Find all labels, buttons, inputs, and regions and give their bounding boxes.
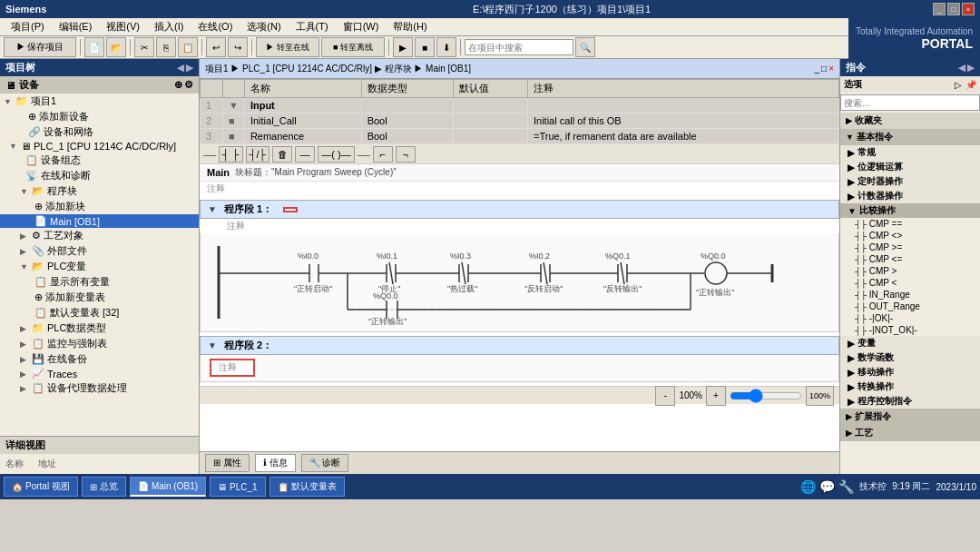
download-button[interactable]: ⬇: [436, 37, 456, 57]
sidebar-item-tech-objects[interactable]: ▶ ⚙ 工艺对象: [0, 228, 199, 243]
convert-subsection[interactable]: ▶ 转换操作: [840, 380, 980, 394]
diagnostics-tab[interactable]: 🔧 诊断: [301, 454, 349, 472]
menu-edit[interactable]: 编辑(E): [52, 18, 100, 35]
sidebar-item-external-files[interactable]: ▶ 📎 外部文件: [0, 243, 199, 259]
menu-help[interactable]: 帮助(H): [386, 18, 434, 35]
instructions-close-icon[interactable]: ▶: [967, 63, 975, 73]
inst-cmp-eq[interactable]: ┤├ CMP ==: [840, 218, 980, 230]
inst-ok[interactable]: ┤├ -|OK|-: [840, 312, 980, 324]
properties-tab[interactable]: ⊞ 属性: [205, 454, 250, 472]
program-control-subsection[interactable]: ▶ 程序控制指令: [840, 394, 980, 409]
instructions-search-input[interactable]: [840, 94, 980, 111]
menu-insert[interactable]: 插入(I): [147, 18, 191, 35]
contact-no-btn[interactable]: ┤ ├: [219, 146, 243, 163]
minimize-button[interactable]: _: [933, 3, 946, 15]
close-panel-icon[interactable]: ×: [828, 64, 834, 74]
inst-cmp-gt[interactable]: ┤├ CMP >: [840, 265, 980, 277]
math-subsection[interactable]: ▶ 数学函数: [840, 350, 980, 365]
save-button[interactable]: ▶ 保存项目: [4, 37, 76, 57]
sidebar-item-add-device[interactable]: ⊕ 添加新设备: [0, 109, 199, 124]
open-button[interactable]: 📂: [106, 37, 126, 57]
counter-subsection[interactable]: ▶ 计数器操作: [840, 189, 980, 203]
search-input[interactable]: [465, 39, 573, 55]
go-online-button[interactable]: ▶ 转至在线: [256, 37, 319, 57]
menu-tools[interactable]: 工具(T): [289, 18, 336, 35]
sidebar-item-add-block[interactable]: ⊕ 添加新块: [0, 199, 199, 214]
options-pin-icon[interactable]: 📌: [965, 80, 976, 90]
menu-online[interactable]: 在线(O): [191, 18, 240, 35]
start-button[interactable]: ▶: [393, 37, 413, 57]
menu-view[interactable]: 视图(V): [99, 18, 147, 35]
coil-btn[interactable]: —( )—: [318, 146, 354, 163]
sidebar-btn-2[interactable]: ▶: [186, 63, 193, 73]
go-offline-button[interactable]: ■ 转至离线: [321, 37, 385, 57]
branch-btn[interactable]: ⌐: [373, 146, 393, 163]
cut-button[interactable]: ✂: [134, 37, 154, 57]
taskbar-overview[interactable]: ⊞ 总览: [82, 477, 126, 497]
inst-cmp-le[interactable]: ┤├ CMP <=: [840, 253, 980, 265]
inst-in-range[interactable]: ┤├ IN_Range: [840, 289, 980, 301]
taskbar-main-ob1[interactable]: 📄 Main (OB1): [130, 477, 206, 497]
taskbar-portal-view[interactable]: 🏠 Portal 视图: [4, 477, 78, 497]
sidebar-item-online-backup[interactable]: ▶ 💾 在线备份: [0, 351, 199, 367]
sidebar-btn-1[interactable]: ◀: [177, 63, 184, 73]
sidebar-item-online-diag[interactable]: 📡 在线和诊断: [0, 168, 199, 183]
table-row[interactable]: 2 ■ Initial_Call Bool Initial call of th…: [201, 113, 839, 129]
inst-out-range[interactable]: ┤├ OUT_Range: [840, 301, 980, 312]
table-row[interactable]: 1 ▼ Input: [201, 98, 839, 113]
basic-section-header[interactable]: ▼ 基本指令: [840, 129, 980, 145]
inst-cmp-ne[interactable]: ┤├ CMP <>: [840, 230, 980, 242]
info-tab[interactable]: ℹ 信息: [255, 454, 296, 472]
favorites-section-header[interactable]: ▶ 收藏夹: [840, 113, 980, 129]
sidebar-item-plc-data-types[interactable]: ▶ 📁 PLC数据类型: [0, 320, 199, 336]
timer-subsection[interactable]: ▶ 定时器操作: [840, 174, 980, 189]
close-button[interactable]: ×: [962, 3, 975, 15]
inst-not-ok[interactable]: ┤├ -|NOT_OK|-: [840, 324, 980, 336]
minimize-panel-icon[interactable]: _: [815, 64, 820, 74]
taskbar-plc1[interactable]: 🖥 PLC_1: [210, 477, 266, 497]
sidebar-item-project[interactable]: ▼ 📁 项目1: [0, 94, 199, 109]
sidebar-item-add-var-table[interactable]: ⊕ 添加新变量表: [0, 290, 199, 305]
sidebar-item-plc1[interactable]: ▼ 🖥 PLC_1 [CPU 1214C AC/DC/Rly]: [0, 140, 199, 153]
sidebar-item-device-config[interactable]: 📋 设备组态: [0, 153, 199, 168]
instructions-options-icon[interactable]: ◀: [958, 63, 965, 73]
options-search-icon[interactable]: ▷: [955, 80, 962, 90]
restore-panel-icon[interactable]: □: [821, 64, 827, 74]
move-subsection[interactable]: ▶ 移动操作: [840, 365, 980, 380]
redo-button[interactable]: ↪: [228, 37, 248, 57]
copy-button[interactable]: ⎘: [156, 37, 176, 57]
new-button[interactable]: 📄: [84, 37, 104, 57]
zoom-in-button[interactable]: +: [706, 386, 726, 406]
menu-project[interactable]: 项目(P): [4, 18, 52, 35]
sidebar-item-monitor[interactable]: ▶ 📋 监控与强制表: [0, 336, 199, 351]
zoom-out-button[interactable]: -: [655, 386, 675, 406]
wire-btn[interactable]: —: [295, 146, 315, 163]
network-2-expand[interactable]: ▼: [208, 340, 217, 350]
devices-add-icon[interactable]: ⊕: [174, 79, 182, 91]
sidebar-item-traces[interactable]: ▶ 📈 Traces: [0, 367, 199, 380]
sidebar-item-plc-variables[interactable]: ▼ 📂 PLC变量: [0, 259, 199, 274]
network-1-expand[interactable]: ▼: [208, 204, 217, 214]
sidebar-item-devices-network[interactable]: 🔗 设备和网络: [0, 124, 199, 140]
stop-button[interactable]: ■: [415, 37, 435, 57]
sidebar-item-program-blocks[interactable]: ▼ 📂 程序块: [0, 183, 199, 199]
sidebar-item-show-all-vars[interactable]: 📋 显示所有变量: [0, 274, 199, 290]
paste-button[interactable]: 📋: [178, 37, 198, 57]
variables-subsection[interactable]: ▶ 变量: [840, 336, 980, 350]
sidebar-item-default-var-table[interactable]: 📋 默认变量表 [32]: [0, 305, 199, 320]
undo-button[interactable]: ↩: [206, 37, 226, 57]
extended-section-header[interactable]: ▶ 扩展指令: [840, 409, 980, 425]
technology-section-header[interactable]: ▶ 工艺: [840, 425, 980, 441]
inst-cmp-lt[interactable]: ┤├ CMP <: [840, 277, 980, 289]
network-1-title-box[interactable]: [283, 207, 298, 212]
devices-expand-icon[interactable]: ⚙: [184, 79, 193, 91]
sidebar-item-proxy-data[interactable]: ▶ 📋 设备代理数据处理: [0, 380, 199, 396]
compare-subsection[interactable]: ▼ 比较操作: [840, 203, 980, 218]
zoom-slider[interactable]: [730, 389, 802, 402]
inst-cmp-ge[interactable]: ┤├ CMP >=: [840, 242, 980, 253]
contact-nc-btn[interactable]: ┤/├: [246, 146, 270, 163]
taskbar-variables[interactable]: 📋 默认变量表: [270, 477, 345, 497]
general-subsection[interactable]: ▶ 常规: [840, 145, 980, 160]
table-row[interactable]: 3 ■ Remanence Bool =True, if remanent da…: [201, 129, 839, 144]
network-2-comment-box[interactable]: 注释: [210, 359, 255, 377]
